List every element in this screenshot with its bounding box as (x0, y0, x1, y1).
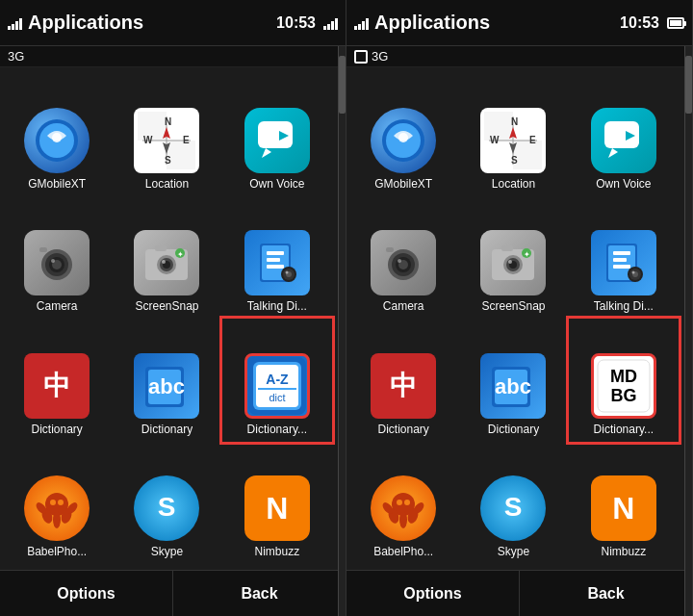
svg-point-42 (285, 271, 288, 274)
nimbuzz-icon-left: N (244, 475, 310, 541)
app-babel-right[interactable]: BabelPho... (350, 444, 456, 563)
skype-icon-left: S (134, 475, 199, 541)
svg-rect-88 (501, 245, 513, 251)
svg-marker-16 (262, 148, 271, 158)
camera-label-left: Camera (37, 299, 78, 313)
svg-text:S: S (511, 155, 518, 166)
network-bar-right: 3G (346, 46, 692, 67)
nimbuzz-label-right: Nimbuzz (601, 545, 646, 558)
svg-point-55 (53, 511, 61, 528)
time-right: 10:53 (620, 14, 659, 32)
svg-text:A-Z: A-Z (266, 372, 289, 387)
talkingdi-label-left: Talking Di... (247, 299, 307, 313)
ownvoice-icon-left (244, 108, 310, 173)
app-camera-right[interactable]: Camera (350, 198, 456, 318)
ownvoice-label-left: Own Voice (249, 177, 304, 191)
gmobilext-icon-left (24, 108, 90, 173)
ownvoice-label-right: Own Voice (596, 177, 651, 191)
app-camera-left[interactable]: Camera (4, 198, 110, 318)
svg-point-85 (398, 259, 401, 263)
app-babel-left[interactable]: BabelPho... (4, 444, 110, 563)
phone-icon-right (354, 50, 368, 64)
app-nimbuzz-right[interactable]: N Nimbuzz (571, 444, 677, 563)
nimbuzz-label-left: Nimbuzz (254, 545, 299, 558)
options-button-right[interactable]: Options (346, 571, 520, 616)
svg-text:E: E (183, 135, 190, 145)
dict-blue-label-right: Dictionary (488, 423, 539, 436)
location-label-right: Location (492, 177, 535, 191)
svg-rect-36 (267, 251, 284, 255)
back-button-right[interactable]: Back (520, 571, 692, 616)
left-phone-panel: Applications 10:53 3G GMobileXT (0, 0, 346, 616)
babel-icon-left (24, 475, 90, 541)
svg-text:abc: abc (149, 374, 186, 398)
svg-point-92 (508, 260, 512, 264)
app-nimbuzz-left[interactable]: N Nimbuzz (224, 444, 330, 563)
svg-text:N: N (165, 116, 171, 127)
dict-red-label-left: Dictionary (31, 423, 82, 436)
app-location-left[interactable]: N S W E Location (114, 75, 219, 194)
dict-blue-icon-left: abc (134, 353, 199, 419)
app-talkingdi-left[interactable]: Talking Di... (224, 198, 330, 318)
svg-point-118 (404, 500, 410, 505)
app-talkingdi-right[interactable]: Talking Di... (571, 198, 677, 318)
dict-mdbg-icon-right: MD BG (591, 353, 656, 419)
bottom-bar-left: Options Back (0, 570, 346, 616)
app-dict-az-left[interactable]: A-Z dict Dictionary... (224, 321, 330, 440)
ownvoice-icon-right (591, 108, 656, 173)
dict-red-label-right: Dictionary (377, 423, 428, 436)
babel-icon-right (371, 475, 436, 541)
app-location-right[interactable]: N S W E Location (460, 75, 566, 194)
svg-rect-98 (613, 258, 627, 262)
app-dict-blue-left[interactable]: abc Dictionary (114, 321, 219, 440)
network-bar-left: 3G (0, 46, 346, 67)
scroll-indicator-right[interactable] (684, 46, 692, 616)
babel-label-left: BabelPho... (27, 545, 87, 558)
svg-text:✦: ✦ (177, 250, 184, 259)
svg-text:W: W (490, 135, 500, 145)
app-screensnap-right[interactable]: ✦ ScreenSnap (460, 198, 566, 318)
app-dict-mdbg-right[interactable]: MD BG Dictionary... (571, 321, 677, 440)
camera-label-right: Camera (383, 299, 424, 313)
skype-label-right: Skype (498, 545, 529, 558)
svg-text:N: N (511, 116, 518, 127)
status-bar-left: Applications 10:53 (0, 0, 346, 46)
svg-rect-38 (267, 265, 284, 269)
back-button-left[interactable]: Back (173, 571, 346, 616)
app-title-right: Applications (374, 12, 620, 34)
svg-point-113 (399, 511, 407, 528)
options-button-left[interactable]: Options (0, 571, 173, 616)
scroll-indicator-left[interactable] (338, 46, 346, 616)
apps-grid-right: GMobileXT N S W E Location (346, 67, 692, 570)
svg-text:MD: MD (610, 367, 637, 386)
status-bar-right: Applications 10:53 (346, 0, 692, 46)
app-screensnap-left[interactable]: ✦ ScreenSnap (114, 198, 219, 318)
svg-rect-86 (386, 247, 394, 252)
svg-rect-97 (613, 251, 630, 255)
svg-text:S: S (158, 492, 176, 522)
svg-marker-79 (608, 148, 618, 158)
signal-bars-right-side-left (323, 16, 338, 30)
app-dict-blue-right[interactable]: abc Dictionary (460, 321, 566, 440)
location-label-left: Location (145, 177, 189, 191)
bottom-bar-right: Options Back (346, 570, 692, 616)
app-ownvoice-left[interactable]: Own Voice (224, 75, 330, 194)
app-dict-red-right[interactable]: 中 Dictionary (350, 321, 456, 440)
svg-point-60 (58, 500, 64, 505)
battery-icon-right (667, 17, 684, 29)
screensnap-label-right: ScreenSnap (481, 299, 545, 313)
app-ownvoice-right[interactable]: Own Voice (571, 75, 677, 194)
skype-label-left: Skype (151, 545, 183, 558)
app-skype-left[interactable]: S Skype (114, 444, 219, 563)
app-gmobilext-right[interactable]: GMobileXT (350, 75, 456, 194)
app-gmobilext-left[interactable]: GMobileXT (4, 75, 110, 194)
app-skype-right[interactable]: S Skype (460, 444, 566, 563)
talkingdi-label-right: Talking Di... (594, 299, 654, 313)
location-icon-right: N S W E (480, 108, 546, 173)
svg-text:abc: abc (496, 374, 532, 398)
camera-icon-right (371, 230, 436, 295)
gmobilext-label-right: GMobileXT (374, 177, 432, 191)
app-dict-red-left[interactable]: 中 Dictionary (4, 321, 110, 440)
svg-point-59 (50, 500, 56, 505)
svg-point-30 (162, 260, 166, 264)
